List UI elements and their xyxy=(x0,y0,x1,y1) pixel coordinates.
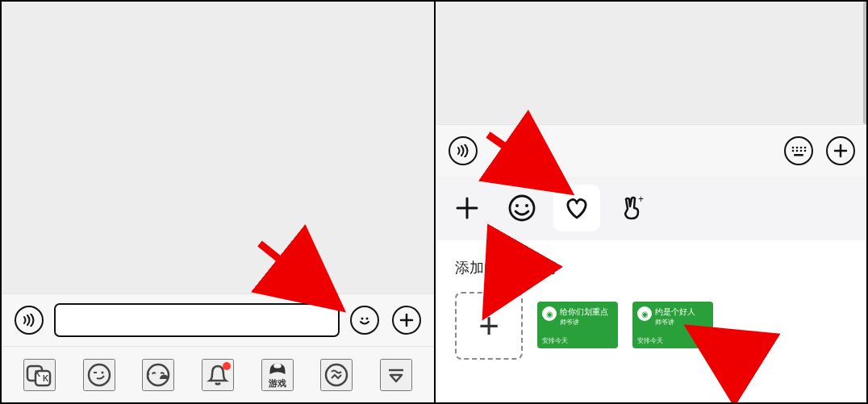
svg-point-10 xyxy=(326,364,347,385)
plus-icon: + xyxy=(478,306,499,346)
svg-point-18 xyxy=(804,149,807,152)
message-input[interactable] xyxy=(55,304,339,336)
plus-icon xyxy=(455,196,479,220)
svg-point-17 xyxy=(800,149,803,152)
keyboard-icon xyxy=(784,136,813,165)
svg-point-21 xyxy=(515,204,519,207)
tab-collapse[interactable] xyxy=(380,359,412,391)
gesture-icon: + xyxy=(618,194,645,222)
yawn-icon xyxy=(144,361,172,389)
tab-image[interactable] xyxy=(320,359,353,391)
sticker-item[interactable]: ◉ 给你们划重点 师爷讲 安排今天 xyxy=(537,302,618,348)
tab-wink[interactable] xyxy=(83,359,115,391)
emoji-category-bar: + xyxy=(436,176,868,240)
svg-point-0 xyxy=(361,318,364,320)
tab-kk[interactable]: KK xyxy=(23,359,56,391)
svg-point-15 xyxy=(792,149,795,152)
smile-icon xyxy=(507,194,536,223)
sticker-footer: 安排今天 xyxy=(637,336,663,345)
kk-icon: KK xyxy=(26,361,53,389)
svg-point-14 xyxy=(804,146,807,148)
input-bar xyxy=(436,124,868,176)
svg-text:K: K xyxy=(35,369,41,378)
category-smile[interactable] xyxy=(499,185,545,231)
heart-icon xyxy=(563,194,590,222)
voice-icon xyxy=(15,306,44,335)
sticker-row: + ◉ 给你们划重点 师爷讲 安排今天 ◉ 约是个好人 师爷讲 安排今天 xyxy=(455,292,849,360)
svg-point-11 xyxy=(792,146,795,148)
svg-point-6 xyxy=(89,364,110,385)
panel-divider xyxy=(434,2,436,402)
plus-icon xyxy=(392,306,421,335)
category-heart[interactable] xyxy=(553,185,600,231)
section-title: 添加的单个表情 xyxy=(455,258,849,277)
add-sticker-button[interactable]: + xyxy=(455,292,523,360)
keyboard-button[interactable] xyxy=(782,135,815,167)
tab-games[interactable]: 游戏 xyxy=(261,359,294,391)
svg-text:K: K xyxy=(43,374,49,383)
image-circle-icon xyxy=(323,362,349,388)
smile-icon xyxy=(350,306,379,335)
tab-yawn[interactable] xyxy=(142,359,174,391)
svg-point-1 xyxy=(366,318,369,320)
svg-point-7 xyxy=(101,371,103,373)
svg-point-12 xyxy=(796,146,799,148)
sticker-logo: ◉ xyxy=(637,306,652,321)
category-gesture[interactable]: + xyxy=(608,185,655,231)
emoji-button[interactable] xyxy=(348,304,381,336)
sticker-logo: ◉ xyxy=(542,306,557,321)
sticker-title: 给你们划重点 xyxy=(560,308,608,316)
svg-point-20 xyxy=(510,196,534,220)
collapse-icon xyxy=(385,364,407,386)
plus-button[interactable] xyxy=(390,304,423,336)
sticker-title: 约是个好人 xyxy=(655,308,695,316)
favorites-section: 添加的单个表情 + ◉ 给你们划重点 师爷讲 安排今天 ◉ 约是个好人 师爷讲 … xyxy=(436,240,868,402)
voice-icon xyxy=(449,136,478,165)
chat-area xyxy=(436,2,868,124)
tab-bell[interactable] xyxy=(202,359,234,391)
left-panel: KK 游戏 xyxy=(2,2,434,402)
notification-dot xyxy=(223,362,231,370)
wink-icon xyxy=(86,362,112,388)
voice-button[interactable] xyxy=(447,135,479,167)
voice-button[interactable] xyxy=(13,304,45,336)
right-panel: + 添加的单个表情 + ◉ 给你们划重点 师爷讲 安排今天 ◉ 约是个好人 师爷… xyxy=(436,2,868,402)
emoji-tab-bar: KK 游戏 xyxy=(2,346,434,402)
svg-point-9 xyxy=(273,363,282,368)
sticker-footer: 安排今天 xyxy=(542,336,568,345)
svg-point-22 xyxy=(525,204,528,207)
svg-rect-19 xyxy=(794,154,803,156)
games-label: 游戏 xyxy=(269,377,286,389)
svg-point-16 xyxy=(796,149,799,152)
scrollbar[interactable] xyxy=(863,2,868,124)
plus-icon xyxy=(826,136,855,165)
category-add[interactable] xyxy=(444,185,490,231)
sticker-subtitle: 师爷讲 xyxy=(560,319,579,326)
sticker-subtitle: 师爷讲 xyxy=(655,319,674,326)
input-bar xyxy=(2,294,434,346)
games-icon xyxy=(267,360,288,376)
chat-area xyxy=(2,2,434,294)
svg-point-13 xyxy=(800,146,803,148)
plus-button[interactable] xyxy=(824,135,857,167)
svg-text:+: + xyxy=(638,194,644,205)
sticker-item[interactable]: ◉ 约是个好人 师爷讲 安排今天 xyxy=(632,302,713,348)
